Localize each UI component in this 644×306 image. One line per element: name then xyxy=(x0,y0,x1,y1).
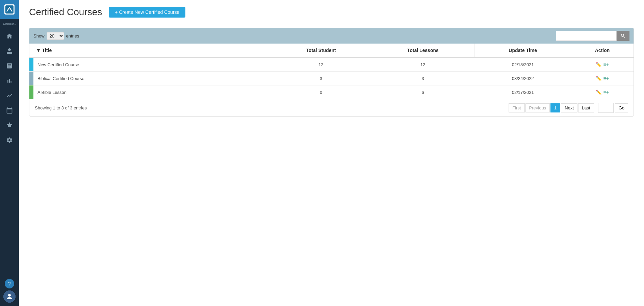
edit-button[interactable]: ✏️ xyxy=(596,90,601,95)
sidebar-item-trends[interactable] xyxy=(2,89,17,102)
courses-table: ▼ Title Total Student Total Lessons Upda… xyxy=(29,44,634,99)
help-button[interactable]: ? xyxy=(5,279,14,288)
current-page-button[interactable]: 1 xyxy=(550,103,560,112)
list-button[interactable]: ≡+ xyxy=(603,76,609,81)
sidebar-item-users[interactable] xyxy=(2,44,17,58)
list-button[interactable]: ≡+ xyxy=(603,62,609,67)
sidebar-item-home[interactable] xyxy=(2,29,17,43)
search-input[interactable] xyxy=(556,31,617,41)
search-button[interactable] xyxy=(617,31,629,41)
sidebar-logo[interactable] xyxy=(0,0,19,19)
col-total-student: Total Student xyxy=(271,44,371,57)
edit-button[interactable]: ✏️ xyxy=(596,62,601,67)
list-button[interactable]: ≡+ xyxy=(603,90,609,95)
sidebar-item-settings[interactable] xyxy=(2,133,17,147)
page-title: Certified Courses xyxy=(29,7,102,18)
first-page-button[interactable]: First xyxy=(509,103,524,112)
prev-page-button[interactable]: Previous xyxy=(525,103,550,112)
row-title: Biblical Certified Course xyxy=(37,76,84,81)
col-title[interactable]: ▼ Title xyxy=(29,44,271,57)
title-cell: New Certified Course xyxy=(29,57,271,72)
row-total-student: 3 xyxy=(271,72,371,85)
pagination: First Previous 1 Next Last xyxy=(509,103,594,112)
page-header: Certified Courses + Create New Certified… xyxy=(29,7,634,18)
entries-label: entries xyxy=(66,33,79,39)
user-avatar[interactable] xyxy=(3,290,16,303)
row-action: ✏️ ≡+ xyxy=(571,72,634,85)
goto-button[interactable]: Go xyxy=(615,103,628,112)
col-total-lessons: Total Lessons xyxy=(371,44,475,57)
sidebar-bottom: ? xyxy=(3,279,16,306)
row-update-time: 03/24/2022 xyxy=(475,72,571,85)
table-header: ▼ Title Total Student Total Lessons Upda… xyxy=(29,44,634,57)
table-row: New Certified Course 12 12 02/18/2021 ✏️… xyxy=(29,57,634,72)
show-label: Show xyxy=(33,33,45,39)
sidebar-item-analytics[interactable] xyxy=(2,74,17,87)
sidebar-item-calendar[interactable] xyxy=(2,104,17,117)
showing-text: Showing 1 to 3 of 3 entries xyxy=(35,105,87,110)
row-update-time: 02/18/2021 xyxy=(475,57,571,72)
row-action: ✏️ ≡+ xyxy=(571,57,634,72)
search-area xyxy=(556,31,629,41)
row-total-student: 0 xyxy=(271,85,371,99)
row-action: ✏️ ≡+ xyxy=(571,85,634,99)
search-icon xyxy=(620,33,626,39)
title-cell: A Bible Lesson xyxy=(29,85,271,99)
row-color-bar xyxy=(29,72,33,85)
logo-icon xyxy=(4,4,15,15)
table-controls: Show 10 20 50 100 entries xyxy=(29,28,634,44)
col-action: Action xyxy=(571,44,634,57)
row-total-lessons: 6 xyxy=(371,85,475,99)
edit-button[interactable]: ✏️ xyxy=(596,76,601,81)
row-total-student: 12 xyxy=(271,57,371,72)
row-color-bar xyxy=(29,58,33,71)
row-update-time: 02/17/2021 xyxy=(475,85,571,99)
show-entries-control: Show 10 20 50 100 entries xyxy=(33,32,79,40)
next-page-button[interactable]: Next xyxy=(561,103,577,112)
row-title: New Certified Course xyxy=(37,62,79,67)
sidebar: Equalear... ? xyxy=(0,0,19,306)
sidebar-item-rewards[interactable] xyxy=(2,119,17,132)
table-row: Biblical Certified Course 3 3 03/24/2022… xyxy=(29,72,634,85)
title-cell: Biblical Certified Course xyxy=(29,72,271,85)
table-footer: Showing 1 to 3 of 3 entries First Previo… xyxy=(29,99,634,116)
row-total-lessons: 12 xyxy=(371,57,475,72)
row-title: A Bible Lesson xyxy=(37,90,67,95)
main-content: Certified Courses + Create New Certified… xyxy=(19,0,644,306)
svg-rect-0 xyxy=(5,5,14,14)
sidebar-nav xyxy=(0,28,19,279)
goto-input[interactable] xyxy=(598,103,614,113)
svg-point-1 xyxy=(9,7,10,8)
row-total-lessons: 3 xyxy=(371,72,475,85)
table-row: A Bible Lesson 0 6 02/17/2021 ✏️ ≡+ xyxy=(29,85,634,99)
row-color-bar xyxy=(29,85,33,99)
create-course-button[interactable]: + Create New Certified Course xyxy=(109,7,185,18)
sidebar-item-courses[interactable] xyxy=(2,59,17,73)
table-body: New Certified Course 12 12 02/18/2021 ✏️… xyxy=(29,57,634,99)
goto-area: Go xyxy=(598,103,628,113)
col-update-time: Update Time xyxy=(475,44,571,57)
courses-table-container: Show 10 20 50 100 entries xyxy=(29,28,634,117)
app-name-label: Equalear... xyxy=(3,22,16,25)
last-page-button[interactable]: Last xyxy=(578,103,594,112)
entries-select[interactable]: 10 20 50 100 xyxy=(47,32,64,40)
